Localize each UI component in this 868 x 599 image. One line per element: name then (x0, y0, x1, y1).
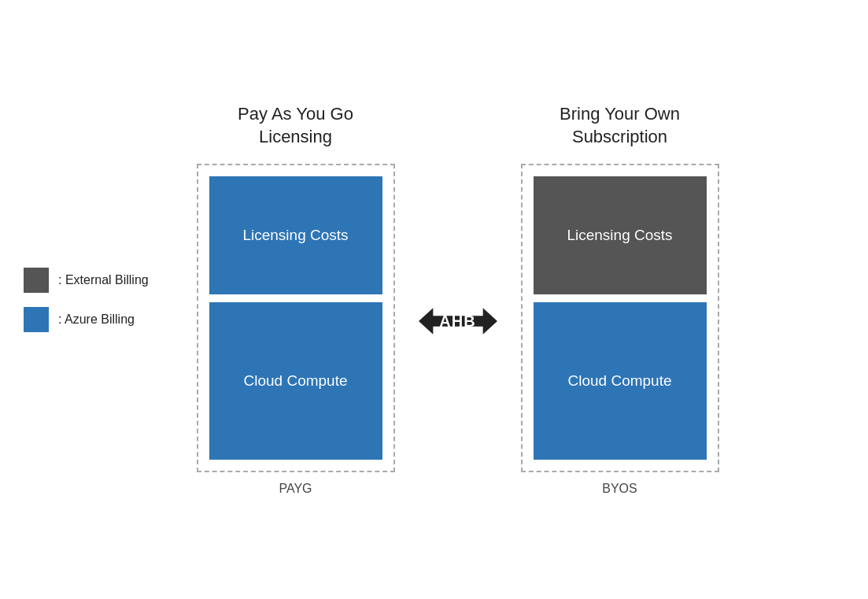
payg-title: Pay As You GoLicensing (238, 103, 353, 148)
byos-column: Bring Your OwnSubscription Licensing Cos… (521, 103, 719, 496)
external-billing-box (24, 268, 49, 293)
byos-dashed-box: Licensing Costs Cloud Compute (521, 164, 719, 472)
byos-footer-label: BYOS (602, 482, 637, 496)
payg-footer-label: PAYG (279, 482, 312, 496)
ahb-container: AHB AHB (419, 298, 497, 345)
byos-compute-block: Cloud Compute (534, 302, 707, 460)
byos-licensing-block: Licensing Costs (534, 176, 707, 294)
azure-billing-label: : Azure Billing (58, 312, 135, 327)
azure-billing-box (24, 307, 49, 332)
main-container: : External Billing : Azure Billing Pay A… (0, 0, 868, 599)
diagram: Pay As You GoLicensing Licensing Costs C… (197, 103, 719, 496)
payg-column: Pay As You GoLicensing Licensing Costs C… (197, 103, 395, 496)
legend-item-azure: : Azure Billing (24, 307, 149, 332)
byos-title: Bring Your OwnSubscription (560, 103, 680, 148)
external-billing-label: : External Billing (58, 273, 149, 287)
payg-dashed-box: Licensing Costs Cloud Compute (197, 164, 395, 472)
payg-licensing-block: Licensing Costs (209, 176, 382, 294)
payg-compute-block: Cloud Compute (209, 302, 382, 460)
ahb-arrow: AHB (419, 298, 497, 345)
svg-marker-0 (419, 308, 497, 334)
legend-item-external: : External Billing (24, 268, 149, 293)
legend: : External Billing : Azure Billing (24, 268, 149, 332)
